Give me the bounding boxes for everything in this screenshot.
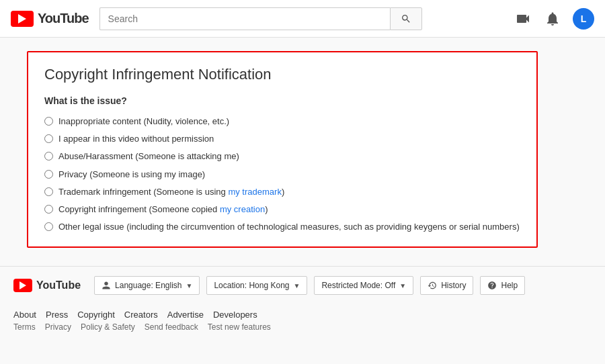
form-question: What is the issue? bbox=[44, 95, 520, 106]
form-box: Copyright Infringement Notification What… bbox=[27, 51, 538, 248]
history-label: History bbox=[441, 281, 466, 290]
person-icon bbox=[102, 281, 111, 290]
youtube-logo-icon bbox=[11, 11, 34, 27]
list-item: Copyright infringement (Someone copied m… bbox=[44, 203, 520, 216]
footer-link-policy-safety[interactable]: Policy & Safety bbox=[81, 322, 135, 332]
radio-other[interactable] bbox=[44, 222, 53, 231]
footer-link-about[interactable]: About bbox=[13, 310, 36, 320]
footer-bar: YouTube Language: English ▼ Location: Ho… bbox=[0, 266, 605, 304]
radio-privacy[interactable] bbox=[44, 170, 53, 179]
history-button[interactable]: History bbox=[420, 276, 473, 295]
restricted-label: Restricted Mode: Off bbox=[321, 281, 395, 290]
list-item: Trademark infringement (Someone is using… bbox=[44, 186, 520, 198]
search-input[interactable] bbox=[99, 7, 390, 30]
footer-link-test-features[interactable]: Test new features bbox=[208, 322, 271, 332]
history-icon bbox=[428, 281, 437, 290]
list-item: Inappropriate content (Nudity, violence,… bbox=[44, 116, 520, 128]
location-caret: ▼ bbox=[293, 282, 300, 289]
footer-link-advertise[interactable]: Advertise bbox=[167, 310, 204, 320]
main-content: Copyright Infringement Notification What… bbox=[0, 38, 605, 266]
list-item: Other legal issue (including the circumv… bbox=[44, 221, 520, 233]
restricted-mode-button[interactable]: Restricted Mode: Off ▼ bbox=[314, 276, 413, 295]
location-label: Location: Hong Kong bbox=[214, 281, 289, 290]
notifications-button[interactable] bbox=[543, 9, 562, 28]
language-button[interactable]: Language: English ▼ bbox=[94, 276, 200, 295]
footer-links-row2: Terms Privacy Policy & Safety Send feedb… bbox=[13, 322, 592, 332]
radio-appear[interactable] bbox=[44, 134, 53, 143]
radio-copyright[interactable] bbox=[44, 205, 53, 214]
radio-trademark[interactable] bbox=[44, 187, 53, 196]
language-label: Language: English bbox=[115, 281, 182, 290]
footer-link-privacy[interactable]: Privacy bbox=[45, 322, 71, 332]
search-button[interactable] bbox=[390, 7, 422, 30]
restricted-caret: ▼ bbox=[399, 282, 406, 289]
footer-link-developers[interactable]: Developers bbox=[213, 310, 257, 320]
youtube-logo[interactable]: YouTube bbox=[11, 11, 89, 27]
header: YouTube L bbox=[0, 0, 605, 38]
help-button[interactable]: Help bbox=[480, 276, 525, 295]
footer-link-creators[interactable]: Creators bbox=[124, 310, 158, 320]
video-camera-button[interactable] bbox=[514, 9, 532, 28]
radio-list: Inappropriate content (Nudity, violence,… bbox=[44, 116, 520, 233]
footer-link-copyright[interactable]: Copyright bbox=[77, 310, 115, 320]
list-item: Privacy (Someone is using my image) bbox=[44, 169, 520, 181]
footer-link-send-feedback[interactable]: Send feedback bbox=[145, 322, 198, 332]
radio-label-other[interactable]: Other legal issue (including the circumv… bbox=[58, 221, 520, 233]
bell-icon bbox=[544, 11, 561, 27]
footer-controls: Language: English ▼ Location: Hong Kong … bbox=[94, 276, 592, 295]
location-button[interactable]: Location: Hong Kong ▼ bbox=[206, 276, 307, 295]
avatar[interactable]: L bbox=[573, 8, 594, 30]
footer-logo[interactable]: YouTube bbox=[13, 279, 81, 292]
footer-link-press[interactable]: Press bbox=[46, 310, 68, 320]
radio-label-inappropriate[interactable]: Inappropriate content (Nudity, violence,… bbox=[58, 116, 229, 128]
search-icon bbox=[401, 13, 411, 24]
footer-youtube-icon bbox=[13, 279, 32, 292]
header-right: L bbox=[514, 8, 594, 30]
creation-link[interactable]: my creation bbox=[220, 204, 265, 214]
footer-logo-text: YouTube bbox=[36, 279, 81, 291]
trademark-link[interactable]: my trademark bbox=[228, 187, 281, 197]
help-label: Help bbox=[501, 281, 518, 290]
radio-label-copyright[interactable]: Copyright infringement (Someone copied m… bbox=[58, 203, 268, 216]
radio-abuse[interactable] bbox=[44, 152, 53, 161]
footer-links-row1: About Press Copyright Creators Advertise… bbox=[13, 310, 592, 320]
video-camera-icon bbox=[515, 11, 531, 27]
search-container bbox=[99, 7, 422, 30]
list-item: I appear in this video without permissio… bbox=[44, 133, 520, 145]
logo-text: YouTube bbox=[38, 11, 89, 26]
help-icon bbox=[487, 281, 497, 290]
radio-label-abuse[interactable]: Abuse/Harassment (Someone is attacking m… bbox=[58, 150, 239, 163]
radio-label-appear[interactable]: I appear in this video without permissio… bbox=[58, 133, 214, 145]
form-title: Copyright Infringement Notification bbox=[44, 66, 520, 83]
footer-links: About Press Copyright Creators Advertise… bbox=[0, 304, 605, 343]
list-item: Abuse/Harassment (Someone is attacking m… bbox=[44, 150, 520, 163]
language-caret: ▼ bbox=[186, 282, 192, 289]
radio-label-privacy[interactable]: Privacy (Someone is using my image) bbox=[58, 169, 205, 181]
radio-label-trademark[interactable]: Trademark infringement (Someone is using… bbox=[58, 186, 284, 198]
radio-inappropriate[interactable] bbox=[44, 117, 53, 126]
footer-link-terms[interactable]: Terms bbox=[13, 322, 36, 332]
